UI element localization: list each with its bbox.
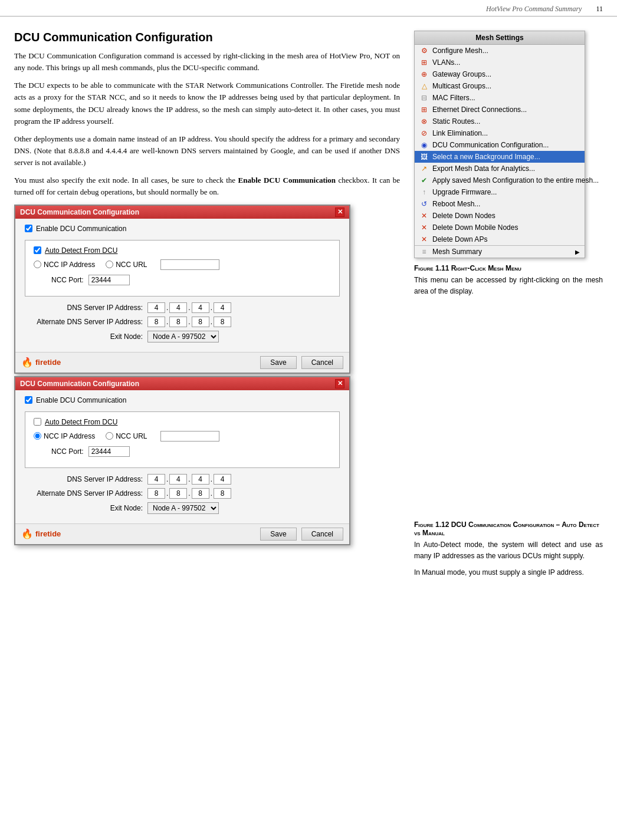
filter-icon: ⊟	[419, 93, 429, 103]
ncc-url-box-2	[160, 431, 219, 442]
cancel-button-2[interactable]: Cancel	[301, 528, 343, 541]
menu-item-mac-filters[interactable]: ⊟ MAC Filters...	[415, 92, 585, 104]
alt-dns-row-1: Alternate DNS Server IP Address: . . .	[25, 317, 340, 327]
menu-item-static-routes[interactable]: ⊗ Static Routes...	[415, 116, 585, 127]
right-column: Mesh Settings ⚙ Configure Mesh... ⊞ VLAN…	[414, 31, 603, 587]
save-button-2[interactable]: Save	[260, 528, 296, 541]
alt-dns-field-1-1[interactable]	[147, 317, 165, 327]
ethernet-icon: ⊞	[419, 105, 429, 114]
menu-item-delete-down[interactable]: ✕ Delete Down Nodes	[415, 210, 585, 222]
menu-item-multicast[interactable]: △ Multicast Groups...	[415, 80, 585, 92]
menu-item-apply-config[interactable]: ✔ Apply saved Mesh Configuration to the …	[415, 174, 585, 186]
firetide-logo-2: 🔥 firetide	[21, 528, 61, 539]
dialog-2-titlebar: DCU Communication Configuration ✕	[15, 377, 349, 390]
upgrade-icon: ↑	[419, 187, 429, 197]
dns-fields-1: . . .	[147, 302, 231, 313]
exit-node-select-1[interactable]: Node A - 997502	[147, 331, 219, 342]
dns-field-1-4[interactable]	[214, 302, 231, 313]
radio-ncc-ip-label-2: NCC IP Address	[34, 432, 95, 440]
port-input-2[interactable]	[88, 446, 130, 457]
port-row-2: NCC Port:	[34, 446, 331, 457]
delete-ap-icon: ✕	[419, 235, 429, 244]
logo-text-2: firetide	[35, 529, 61, 538]
port-input-1[interactable]	[88, 275, 130, 285]
enable-dcu-checkbox-2[interactable]	[25, 396, 32, 404]
dialog-2-buttons: Save Cancel	[260, 528, 343, 541]
enable-dcu-checkbox-1[interactable]	[25, 225, 32, 232]
vlans-icon: ⊞	[419, 58, 429, 67]
menu-item-configure[interactable]: ⚙ Configure Mesh...	[415, 45, 585, 57]
image-icon: 🖼	[419, 152, 429, 162]
auto-detect-row-2: Auto Detect From DCU	[34, 418, 331, 426]
menu-item-upgrade[interactable]: ↑ Upgrade Firmware...	[415, 186, 585, 198]
gear-icon: ⚙	[419, 46, 429, 55]
dns-field-1-3[interactable]	[192, 302, 209, 313]
dns-field-2-2[interactable]	[169, 474, 187, 485]
dialog-1-close-button[interactable]: ✕	[335, 207, 344, 217]
enable-dcu-label-2: Enable DCU Communication	[36, 396, 126, 404]
dns-row-2: DNS Server IP Address: . . .	[25, 474, 340, 485]
dialog-2: DCU Communication Configuration ✕ Enable…	[14, 376, 350, 545]
dns-fields-2: . . .	[147, 474, 231, 485]
exit-node-select-2[interactable]: Node A - 997502	[147, 502, 219, 514]
dialog-2-title: DCU Communication Configuration	[20, 380, 139, 388]
dialog-1-body: Enable DCU Communication Auto Detect Fro…	[15, 219, 349, 352]
auto-detect-row-1: Auto Detect From DCU	[34, 246, 331, 255]
firetide-logo-1: 🔥 firetide	[21, 357, 61, 368]
menu-item-bg-image[interactable]: 🖼 Select a new Background Image...	[415, 151, 585, 163]
figure-1-11-label: Figure 1.11 Right-Click Mesh Menu	[414, 264, 521, 272]
dcu-icon: ◉	[419, 140, 429, 150]
radio-ncc-url-2[interactable]	[106, 432, 113, 440]
menu-item-ethernet[interactable]: ⊞ Ethernet Direct Connections...	[415, 104, 585, 116]
auto-detect-label-2: Auto Detect From DCU	[45, 418, 117, 426]
alt-dns-field-1-2[interactable]	[169, 317, 187, 327]
radio-row-2: NCC IP Address NCC URL	[34, 431, 331, 442]
auto-detect-checkbox-2[interactable]	[34, 418, 41, 426]
multicast-icon: △	[419, 81, 429, 91]
dns-label-2: DNS Server IP Address:	[25, 475, 143, 483]
auto-detect-checkbox-1[interactable]	[34, 246, 41, 254]
alt-dns-field-2-1[interactable]	[147, 488, 165, 499]
figure-1-11-text: This menu can be accessed by right-click…	[414, 275, 603, 297]
alt-dns-field-1-4[interactable]	[214, 317, 231, 327]
alt-dns-label-2: Alternate DNS Server IP Address:	[25, 489, 143, 498]
auto-detect-label-1: Auto Detect From DCU	[45, 246, 117, 255]
paragraph-3: Other deployments use a domain name inst…	[14, 133, 400, 169]
dns-field-2-3[interactable]	[192, 474, 209, 485]
paragraph-4: You must also specify the exit node. In …	[14, 174, 400, 198]
radio-ncc-ip-2[interactable]	[34, 432, 41, 440]
menu-item-mesh-summary[interactable]: ≡ Mesh Summary ▶	[415, 245, 585, 258]
dialog-2-close-button[interactable]: ✕	[335, 379, 344, 388]
radio-ncc-ip-label-1: NCC IP Address	[34, 261, 95, 269]
save-button-1[interactable]: Save	[260, 356, 296, 369]
menu-item-export[interactable]: ↗ Export Mesh Data for Analytics...	[415, 163, 585, 174]
menu-item-reboot[interactable]: ↺ Reboot Mesh...	[415, 198, 585, 210]
dns-field-1-1[interactable]	[147, 302, 165, 313]
dns-field-2-4[interactable]	[214, 474, 231, 485]
flame-icon-2: 🔥	[21, 528, 33, 539]
dialog-1-titlebar: DCU Communication Configuration ✕	[15, 206, 349, 219]
menu-item-dcu-config[interactable]: ◉ DCU Communication Configuration...	[415, 139, 585, 151]
alt-dns-field-1-3[interactable]	[192, 317, 209, 327]
summary-icon: ≡	[419, 247, 429, 256]
flame-icon-1: 🔥	[21, 357, 33, 368]
dns-field-2-1[interactable]	[147, 474, 165, 485]
exit-node-label-2: Exit Node:	[25, 504, 143, 512]
menu-item-delete-mobile[interactable]: ✕ Delete Down Mobile Nodes	[415, 222, 585, 233]
ncc-url-box-1	[160, 259, 219, 270]
alt-dns-field-2-4[interactable]	[214, 488, 231, 499]
radio-ncc-ip-1[interactable]	[34, 261, 41, 268]
menu-item-vlans[interactable]: ⊞ VLANs...	[415, 57, 585, 68]
enable-dcu-label-1: Enable DCU Communication	[36, 225, 126, 233]
alt-dns-field-2-2[interactable]	[169, 488, 187, 499]
reboot-icon: ↺	[419, 199, 429, 209]
menu-item-link-elim[interactable]: ⊘ Link Elimination...	[415, 127, 585, 139]
figure-1-11-caption: Figure 1.11 Right-Click Mesh Menu This m…	[414, 264, 603, 297]
radio-ncc-url-1[interactable]	[106, 261, 113, 268]
delete-icon: ✕	[419, 211, 429, 220]
cancel-button-1[interactable]: Cancel	[301, 356, 343, 369]
menu-item-delete-aps[interactable]: ✕ Delete Down APs	[415, 233, 585, 245]
alt-dns-field-2-3[interactable]	[192, 488, 209, 499]
dns-field-1-2[interactable]	[169, 302, 187, 313]
menu-item-gateway[interactable]: ⊕ Gateway Groups...	[415, 68, 585, 80]
